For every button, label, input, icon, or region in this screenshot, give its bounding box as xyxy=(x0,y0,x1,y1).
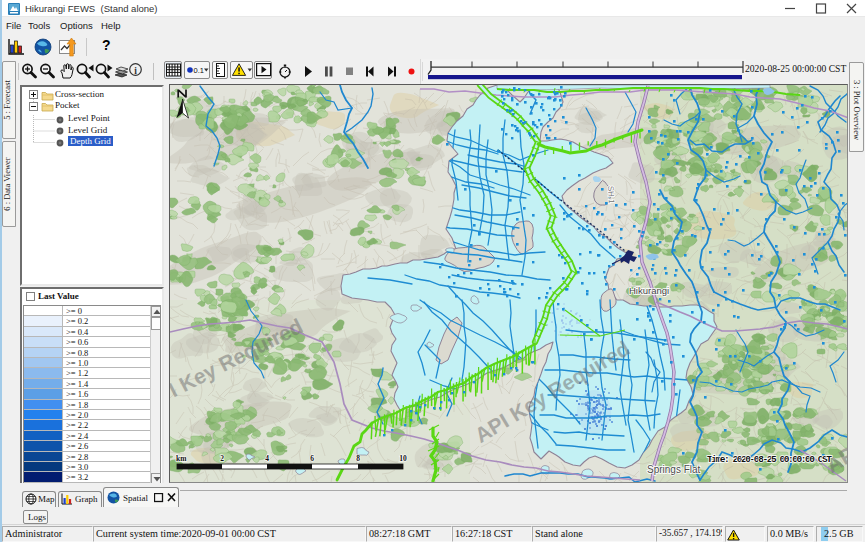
svg-text:6: 6 xyxy=(310,454,314,463)
svg-text:Time: 2020-08-25 00:00:00 CST: Time: 2020-08-25 00:00:00 CST xyxy=(707,454,832,465)
svg-text:4: 4 xyxy=(265,454,269,463)
svg-text:10: 10 xyxy=(399,454,407,463)
svg-text:0.1: 0.1 xyxy=(194,66,204,75)
svg-text:i: i xyxy=(134,66,137,76)
svg-text:2: 2 xyxy=(220,454,224,463)
svg-text:SH 1: SH 1 xyxy=(606,186,616,205)
svg-text:km: km xyxy=(176,454,187,463)
svg-text:Hikurangi: Hikurangi xyxy=(629,285,669,296)
svg-text:8: 8 xyxy=(356,454,360,463)
svg-text:Springs Flat: Springs Flat xyxy=(647,464,701,475)
